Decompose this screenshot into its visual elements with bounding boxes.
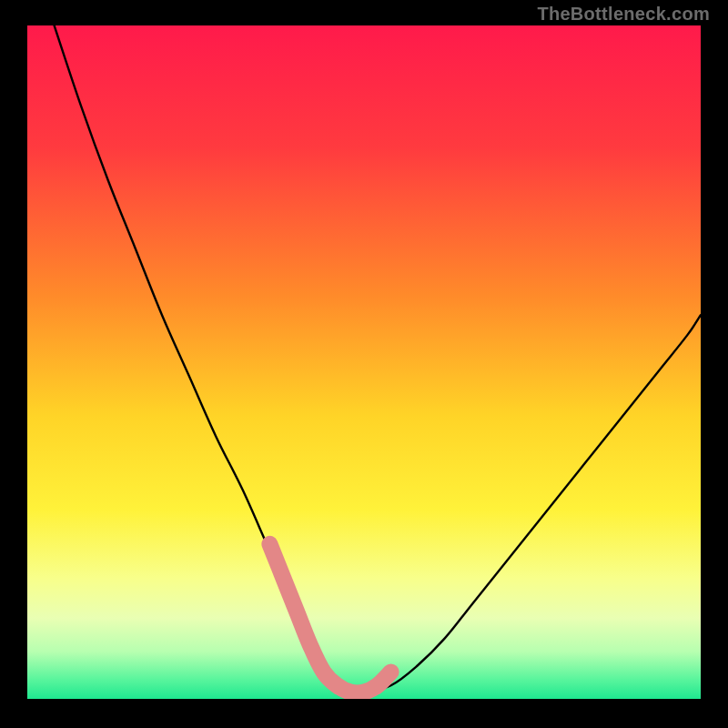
bottleneck-curve	[55, 25, 701, 693]
watermark-text: TheBottleneck.com	[537, 4, 710, 25]
valley-highlight	[269, 544, 390, 693]
curve-overlay	[27, 25, 701, 699]
plot-area	[27, 25, 701, 699]
chart-frame: TheBottleneck.com	[0, 0, 728, 728]
